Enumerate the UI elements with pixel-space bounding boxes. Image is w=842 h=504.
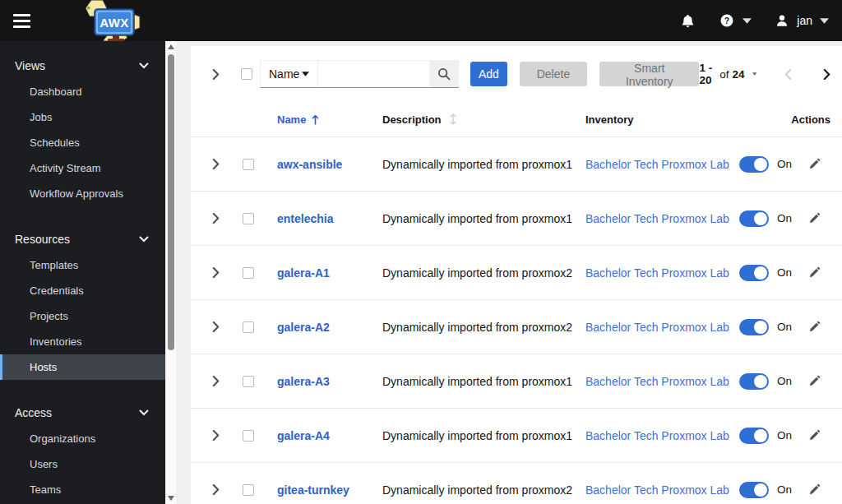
row-checkbox[interactable] xyxy=(243,213,254,224)
host-enabled-toggle[interactable] xyxy=(739,156,769,173)
add-button[interactable]: Add xyxy=(470,62,507,86)
host-description: Dynamically imported from proxmox1 xyxy=(370,429,573,442)
row-expand-chevron-icon[interactable] xyxy=(191,159,232,169)
column-header-description[interactable]: Description xyxy=(370,113,573,126)
sidebar-item-templates[interactable]: Templates xyxy=(0,252,165,278)
nav-toggle-icon[interactable] xyxy=(13,14,30,28)
sidebar-item-users[interactable]: Users xyxy=(0,451,165,477)
toggle-state-label: On xyxy=(777,266,792,279)
page-scrollbar[interactable] xyxy=(165,41,176,504)
select-all-checkbox[interactable] xyxy=(241,68,252,80)
sidebar-item-schedules[interactable]: Schedules xyxy=(0,130,165,155)
toggle-state-label: On xyxy=(777,158,792,170)
host-enabled-toggle[interactable] xyxy=(739,319,769,335)
sidebar-item-organizations[interactable]: Organizations xyxy=(0,426,165,451)
row-checkbox[interactable] xyxy=(243,267,254,279)
pagination-prev-icon[interactable] xyxy=(784,69,792,80)
row-checkbox[interactable] xyxy=(243,376,254,387)
table-header-row: Name Description Inventory Actions xyxy=(191,102,842,136)
edit-host-pencil-icon[interactable] xyxy=(808,158,821,170)
nav-section-resources-header[interactable]: Resources xyxy=(0,226,165,252)
host-inventory-link[interactable]: Bachelor Tech Proxmox Lab xyxy=(573,212,729,225)
column-label: Description xyxy=(382,113,442,126)
sidebar-nav: Views Dashboard Jobs Schedules Activity … xyxy=(0,41,165,504)
edit-host-pencil-icon[interactable] xyxy=(808,321,821,333)
host-name-link[interactable]: awx-ansible xyxy=(265,158,370,171)
sidebar-item-credentials[interactable]: Credentials xyxy=(0,278,165,303)
host-enabled-toggle[interactable] xyxy=(739,428,769,444)
user-name: jan xyxy=(797,14,812,27)
pagination-next-icon[interactable] xyxy=(823,69,830,80)
column-header-actions: Actions xyxy=(729,113,842,126)
host-inventory-link[interactable]: Bachelor Tech Proxmox Lab xyxy=(573,375,729,388)
chevron-down-icon xyxy=(139,236,149,243)
awx-logo[interactable]: AWX xyxy=(49,0,141,41)
host-name-link[interactable]: galera-A4 xyxy=(265,429,370,442)
scrollbar-thumb[interactable] xyxy=(168,54,174,350)
sidebar-item-jobs[interactable]: Jobs xyxy=(0,104,165,130)
host-enabled-toggle[interactable] xyxy=(739,482,769,498)
host-name-link[interactable]: entelechia xyxy=(265,212,370,225)
row-expand-chevron-icon[interactable] xyxy=(191,213,232,224)
scroll-down-icon[interactable] xyxy=(168,496,174,501)
host-enabled-toggle[interactable] xyxy=(739,210,769,227)
pagination-of-label: of xyxy=(719,68,729,81)
host-name-link[interactable]: galera-A3 xyxy=(265,375,370,388)
pagination: 1 - 20 of 24 xyxy=(699,62,842,86)
sidebar-item-inventories[interactable]: Inventories xyxy=(0,329,165,354)
host-inventory-link[interactable]: Bachelor Tech Proxmox Lab xyxy=(573,429,729,442)
filter-key-select[interactable]: Name xyxy=(260,60,318,88)
expand-all-chevron-icon[interactable] xyxy=(212,69,220,80)
row-checkbox[interactable] xyxy=(243,484,254,496)
svg-text:?: ? xyxy=(724,16,729,25)
table-row: galera-A4 Dynamically imported from prox… xyxy=(191,408,842,462)
edit-host-pencil-icon[interactable] xyxy=(808,429,821,442)
edit-host-pencil-icon[interactable] xyxy=(808,375,821,387)
nav-section-views-header[interactable]: Views xyxy=(0,53,165,79)
smart-inventory-button[interactable]: Smart Inventory xyxy=(599,62,699,86)
host-inventory-link[interactable]: Bachelor Tech Proxmox Lab xyxy=(573,321,729,334)
host-name-link[interactable]: galera-A2 xyxy=(265,321,370,334)
sidebar-item-projects[interactable]: Projects xyxy=(0,303,165,329)
toggle-state-label: On xyxy=(777,483,792,496)
row-checkbox[interactable] xyxy=(243,159,254,170)
host-inventory-link[interactable]: Bachelor Tech Proxmox Lab xyxy=(573,266,729,280)
row-expand-chevron-icon[interactable] xyxy=(191,430,232,441)
help-menu[interactable]: ? xyxy=(719,12,752,29)
row-expand-chevron-icon[interactable] xyxy=(191,484,232,495)
pagination-summary[interactable]: 1 - 20 of 24 xyxy=(699,62,756,86)
host-description: Dynamically imported from proxmox1 xyxy=(370,375,573,388)
sort-ascending-icon xyxy=(312,114,319,125)
edit-host-pencil-icon[interactable] xyxy=(808,266,821,279)
host-name-link[interactable]: gitea-turnkey xyxy=(265,483,370,497)
edit-host-pencil-icon[interactable] xyxy=(808,483,821,496)
host-name-link[interactable]: galera-A1 xyxy=(265,266,370,280)
delete-button[interactable]: Delete xyxy=(520,62,587,86)
row-expand-chevron-icon[interactable] xyxy=(191,376,232,386)
row-checkbox[interactable] xyxy=(243,430,254,442)
sidebar-item-activity-stream[interactable]: Activity Stream xyxy=(0,155,165,181)
host-inventory-link[interactable]: Bachelor Tech Proxmox Lab xyxy=(573,483,729,497)
notifications-bell-icon[interactable] xyxy=(680,13,696,29)
search-button[interactable] xyxy=(430,60,459,88)
filter-key-label: Name xyxy=(269,67,299,81)
column-header-name[interactable]: Name xyxy=(265,113,370,126)
sidebar-item-teams[interactable]: Teams xyxy=(0,477,165,502)
nav-section-access-header[interactable]: Access xyxy=(0,400,165,426)
row-expand-chevron-icon[interactable] xyxy=(191,321,232,332)
user-menu[interactable]: jan xyxy=(775,13,829,28)
host-enabled-toggle[interactable] xyxy=(739,373,769,390)
scroll-up-icon[interactable] xyxy=(168,44,174,49)
sidebar-item-hosts[interactable]: Hosts xyxy=(0,354,165,380)
masthead-right: ? jan xyxy=(680,12,842,29)
chevron-down-icon xyxy=(820,18,829,24)
host-inventory-link[interactable]: Bachelor Tech Proxmox Lab xyxy=(573,158,729,171)
sidebar-item-workflow-approvals[interactable]: Workflow Approvals xyxy=(0,181,165,206)
host-enabled-toggle[interactable] xyxy=(739,265,769,281)
sidebar-item-dashboard[interactable]: Dashboard xyxy=(0,79,165,104)
table-row: galera-A3 Dynamically imported from prox… xyxy=(191,354,842,408)
row-checkbox[interactable] xyxy=(243,321,254,333)
search-input[interactable] xyxy=(318,60,430,88)
edit-host-pencil-icon[interactable] xyxy=(808,212,821,224)
row-expand-chevron-icon[interactable] xyxy=(191,267,232,278)
